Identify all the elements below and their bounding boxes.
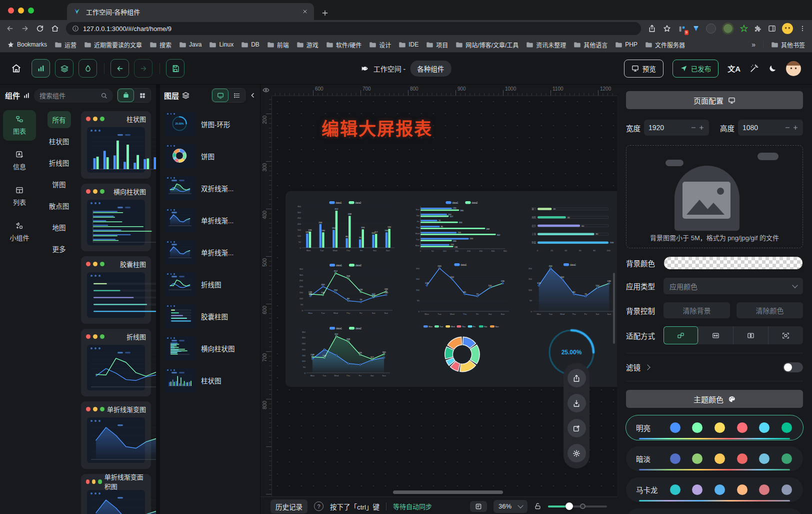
category-item[interactable]: 所有 — [48, 111, 71, 128]
height-value[interactable]: 1080 — [742, 124, 782, 132]
canvas-chart-capsule[interactable]: 厦门20南阳40北京60上海80新疆100020406080100 — [527, 201, 616, 252]
bookmark-star-icon[interactable] — [663, 25, 671, 33]
export-button[interactable] — [568, 369, 586, 387]
category-item[interactable]: 散点图 — [44, 197, 74, 214]
bookmark-folder[interactable]: 文件服务器 — [645, 41, 685, 49]
extension-gem-icon[interactable] — [692, 25, 700, 33]
theme-color-header[interactable]: 主题颜色 — [626, 390, 803, 408]
zoom-select[interactable]: 36% — [494, 500, 528, 513]
layer-item[interactable]: 25.00%饼图-环形 — [165, 112, 255, 136]
component-card[interactable]: 柱状图 — [81, 111, 151, 179]
layer-item[interactable]: 单折线渐... — [165, 208, 255, 232]
component-card[interactable]: 单折线渐变图 — [81, 401, 151, 469]
bookmark-folder[interactable]: 前端 — [267, 41, 289, 49]
workspace-name-pill[interactable]: 各种组件 — [410, 61, 451, 77]
maximize-window-button[interactable] — [28, 8, 34, 14]
minimize-window-button[interactable] — [18, 8, 24, 14]
component-card[interactable]: 横向柱状图 — [81, 184, 151, 251]
home-icon[interactable] — [51, 25, 59, 33]
lock-icon[interactable] — [534, 502, 542, 510]
preview-button[interactable]: 预览 — [624, 60, 664, 78]
theme-row-蓝绿[interactable]: 蓝绿 — [626, 508, 803, 514]
close-window-button[interactable] — [8, 8, 14, 14]
browser-tab[interactable]: 工作空间-各种组件 — [67, 3, 314, 20]
zoom-slider[interactable] — [548, 502, 607, 510]
extension-star-icon[interactable] — [740, 25, 748, 33]
app-home-icon[interactable] — [11, 63, 22, 74]
share-icon[interactable] — [648, 25, 656, 33]
component-card[interactable]: 单折线渐变面积图 — [81, 474, 151, 514]
bookmark-folder[interactable]: 搜索 — [150, 41, 172, 49]
category-item[interactable]: 饼图 — [48, 176, 71, 193]
filter-toggle[interactable] — [783, 362, 803, 372]
category-item[interactable]: 地图 — [48, 219, 71, 236]
vertical-scrollbar[interactable] — [613, 273, 615, 344]
forward-icon[interactable] — [21, 25, 29, 33]
sidebar-item-chart[interactable]: 图表 — [3, 110, 36, 141]
width-stepper[interactable]: 1920 — [644, 120, 709, 136]
layers-tool-button[interactable] — [55, 59, 74, 78]
extension-icon[interactable] — [722, 23, 734, 35]
clear-color-button[interactable]: 清除颜色 — [736, 302, 803, 318]
new-tab-button[interactable] — [321, 9, 329, 17]
canvas-chart-gradient-line[interactable]: data1050100150200MonTueWedThuFriSatSun12… — [526, 262, 617, 317]
magic-wand-icon[interactable] — [750, 64, 759, 73]
slider-knob[interactable] — [566, 502, 573, 510]
bookmark-folder[interactable]: 软件/硬件 — [326, 41, 362, 49]
help-icon[interactable]: ? — [314, 501, 324, 511]
edit-button[interactable] — [568, 419, 586, 437]
layer-item[interactable]: 横向柱状图 — [165, 336, 255, 360]
page-config-header[interactable]: 页面配置 — [626, 91, 803, 109]
fit-width-button[interactable] — [698, 326, 734, 344]
bookmark-folder[interactable]: DB — [241, 41, 260, 49]
bookmark-folder[interactable]: 游戏 — [296, 41, 318, 49]
layer-item[interactable]: 双折线渐... — [165, 176, 255, 200]
side-panel-icon[interactable] — [768, 25, 776, 33]
url-field[interactable]: 127.0.0.1:3000/#/chart/home/9 — [66, 22, 641, 35]
fit-scale-button[interactable] — [664, 326, 698, 344]
canvas-chart-single-line[interactable]: data1050100150200MonTueWedThuFriSatSun12… — [413, 262, 512, 317]
canvas-chart-bar[interactable]: data1data2050100150200250300350MonTueWed… — [294, 200, 397, 253]
horizontal-scrollbar[interactable] — [393, 490, 503, 494]
fit-height-button[interactable] — [734, 326, 768, 344]
theme-row-明亮[interactable]: 明亮 — [626, 415, 803, 440]
list-view-button[interactable] — [228, 89, 245, 102]
bookmark-folder[interactable]: Java — [179, 41, 202, 49]
canvas-chart-gradient-area[interactable]: data1data2050100150200250300350MonTueWed… — [299, 325, 393, 378]
thumbnail-view-button[interactable] — [212, 89, 228, 102]
single-view-button[interactable] — [118, 89, 134, 102]
bg-color-swatch[interactable] — [664, 256, 803, 270]
sidebar-item-widget[interactable]: 小组件 — [3, 217, 36, 247]
fit-stretch-button[interactable] — [768, 326, 803, 344]
redo-button[interactable] — [134, 59, 152, 78]
puzzle-icon[interactable] — [754, 25, 762, 33]
bookmark-folder[interactable]: PHP — [615, 41, 638, 49]
component-card[interactable]: 折线图 — [81, 329, 151, 396]
decrease-icon[interactable] — [784, 125, 790, 131]
component-card[interactable]: 胶囊柱图 — [81, 256, 151, 324]
profile-avatar[interactable] — [782, 23, 793, 34]
canvas-chart-pie[interactable]: MonTueWedThuFriSatSun — [411, 324, 514, 380]
user-avatar[interactable] — [786, 61, 801, 76]
search-input[interactable]: 搜索组件 — [34, 89, 113, 103]
collapse-panel-icon[interactable] — [250, 92, 256, 99]
sidebar-item-table[interactable]: 列表 — [3, 181, 36, 212]
dashboard-preview[interactable]: data1data2050100150200250300350MonTueWed… — [286, 191, 617, 387]
decrease-icon[interactable] — [690, 125, 696, 131]
extension-icon[interactable] — [706, 24, 716, 34]
bookmark-folder[interactable]: IDE — [398, 41, 418, 49]
translate-icon[interactable]: 文A — [728, 63, 740, 74]
notes-button[interactable] — [470, 501, 487, 512]
bookmarks-root[interactable]: Bookmarks — [7, 41, 47, 49]
bookmark-folder[interactable]: 项目 — [426, 41, 448, 49]
theme-row-马卡龙[interactable]: 马卡龙 — [626, 477, 803, 502]
layer-item[interactable]: 折线图 — [165, 272, 255, 296]
bookmark-folder[interactable]: 近期需要读的文章 — [84, 41, 142, 49]
history-button[interactable]: 历史记录 — [270, 499, 308, 513]
publish-button[interactable]: 已发布 — [672, 60, 719, 78]
bookmark-folder[interactable]: 网站/博客/文章/工具 — [456, 41, 518, 49]
back-icon[interactable] — [6, 25, 14, 33]
theme-row-暗淡[interactable]: 暗淡 — [626, 446, 803, 471]
settings-gear-icon[interactable] — [568, 444, 586, 462]
bookmark-folder[interactable]: 资讯未整理 — [526, 41, 566, 49]
